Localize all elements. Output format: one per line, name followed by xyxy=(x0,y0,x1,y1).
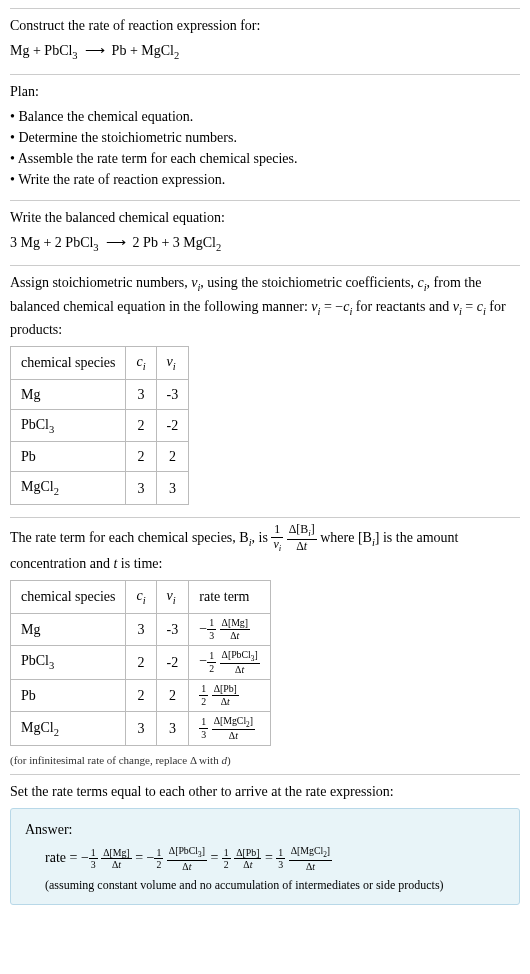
header-nu: νi xyxy=(156,347,189,380)
table-header-row: chemical species ci νi rate term xyxy=(11,581,271,614)
plan-step: Write the rate of reaction expression. xyxy=(10,169,520,190)
rateterm-intro: The rate term for each chemical species,… xyxy=(10,524,520,574)
cell-c: 3 xyxy=(126,613,156,645)
cell-species: MgCl2 xyxy=(11,472,126,505)
cell-c: 2 xyxy=(126,442,156,472)
cell-species: MgCl2 xyxy=(11,711,126,745)
cell-c: 2 xyxy=(126,645,156,679)
cell-nu: 2 xyxy=(156,442,189,472)
cell-species: PbCl3 xyxy=(11,409,126,442)
cell-nu: -2 xyxy=(156,645,189,679)
table-row: PbCl3 2 -2 xyxy=(11,409,189,442)
cell-c: 3 xyxy=(126,711,156,745)
plan-step: Determine the stoichiometric numbers. xyxy=(10,127,520,148)
table-row: Mg 3 -3 xyxy=(11,379,189,409)
table-row: Pb 2 2 12 Δ[Pb]Δt xyxy=(11,679,271,711)
cell-c: 2 xyxy=(126,409,156,442)
rateterm-section: The rate term for each chemical species,… xyxy=(10,517,520,775)
final-title: Set the rate terms equal to each other t… xyxy=(10,781,520,802)
cell-rate: −12 Δ[PbCl3]Δt xyxy=(189,645,270,679)
table-header-row: chemical species ci νi xyxy=(11,347,189,380)
cell-c: 3 xyxy=(126,379,156,409)
header-species: chemical species xyxy=(11,581,126,614)
final-section: Set the rate terms equal to each other t… xyxy=(10,774,520,910)
table-row: Mg 3 -3 −13 Δ[Mg]Δt xyxy=(11,613,271,645)
balanced-equation: 3 Mg + 2 PbCl3 ⟶ 2 Pb + 3 MgCl2 xyxy=(10,232,520,256)
stoich-table: chemical species ci νi Mg 3 -3 PbCl3 2 -… xyxy=(10,346,189,505)
cell-species: Mg xyxy=(11,613,126,645)
table-row: MgCl2 3 3 13 Δ[MgCl2]Δt xyxy=(11,711,271,745)
cell-nu: 2 xyxy=(156,679,189,711)
rateterm-table: chemical species ci νi rate term Mg 3 -3… xyxy=(10,580,271,746)
problem-equation: Mg + PbCl3 ⟶ Pb + MgCl2 xyxy=(10,40,520,64)
cell-c: 2 xyxy=(126,679,156,711)
table-row: PbCl3 2 -2 −12 Δ[PbCl3]Δt xyxy=(11,645,271,679)
balanced-title: Write the balanced chemical equation: xyxy=(10,207,520,228)
table-row: Pb 2 2 xyxy=(11,442,189,472)
cell-nu: -3 xyxy=(156,613,189,645)
cell-nu: -2 xyxy=(156,409,189,442)
header-c: ci xyxy=(126,347,156,380)
cell-rate: 13 Δ[MgCl2]Δt xyxy=(189,711,270,745)
header-species: chemical species xyxy=(11,347,126,380)
header-c: ci xyxy=(126,581,156,614)
stoich-section: Assign stoichiometric numbers, νi, using… xyxy=(10,265,520,517)
cell-nu: 3 xyxy=(156,472,189,505)
cell-species: PbCl3 xyxy=(11,645,126,679)
cell-species: Pb xyxy=(11,679,126,711)
stoich-intro: Assign stoichiometric numbers, νi, using… xyxy=(10,272,520,340)
answer-expression: rate = −13 Δ[Mg]Δt = −12 Δ[PbCl3]Δt = 12… xyxy=(25,846,505,871)
header-nu: νi xyxy=(156,581,189,614)
answer-box: Answer: rate = −13 Δ[Mg]Δt = −12 Δ[PbCl3… xyxy=(10,808,520,904)
balanced-section: Write the balanced chemical equation: 3 … xyxy=(10,200,520,266)
answer-label: Answer: xyxy=(25,819,505,840)
cell-species: Mg xyxy=(11,379,126,409)
problem-section: Construct the rate of reaction expressio… xyxy=(10,8,520,74)
answer-note: (assuming constant volume and no accumul… xyxy=(25,876,505,894)
problem-title: Construct the rate of reaction expressio… xyxy=(10,15,520,36)
cell-rate: −13 Δ[Mg]Δt xyxy=(189,613,270,645)
plan-title: Plan: xyxy=(10,81,520,102)
cell-nu: -3 xyxy=(156,379,189,409)
cell-species: Pb xyxy=(11,442,126,472)
header-rate: rate term xyxy=(189,581,270,614)
cell-c: 3 xyxy=(126,472,156,505)
plan-step: Assemble the rate term for each chemical… xyxy=(10,148,520,169)
rateterm-note: (for infinitesimal rate of change, repla… xyxy=(10,752,520,769)
plan-section: Plan: Balance the chemical equation. Det… xyxy=(10,74,520,200)
cell-rate: 12 Δ[Pb]Δt xyxy=(189,679,270,711)
cell-nu: 3 xyxy=(156,711,189,745)
table-row: MgCl2 3 3 xyxy=(11,472,189,505)
plan-step: Balance the chemical equation. xyxy=(10,106,520,127)
plan-list: Balance the chemical equation. Determine… xyxy=(10,106,520,190)
